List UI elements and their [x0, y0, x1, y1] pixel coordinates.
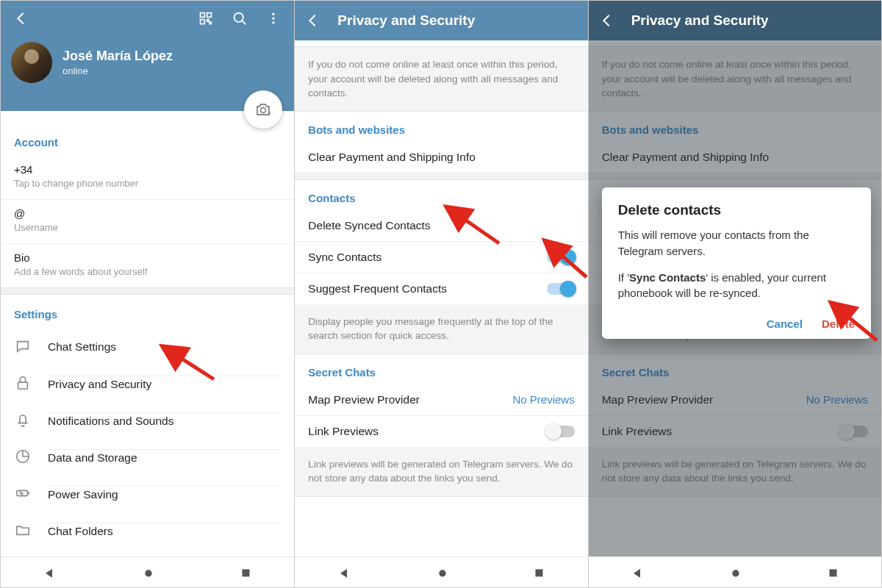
privacy-header: Privacy and Security — [295, 1, 587, 40]
page-title: Privacy and Security — [631, 12, 769, 29]
nav-back-icon[interactable] — [338, 567, 351, 580]
row-label: Clear Payment and Shipping Info — [602, 151, 769, 164]
privacy-body-dimmed: If you do not come online at least once … — [589, 40, 881, 556]
chat-icon — [14, 338, 32, 354]
secret-header: Secret Chats — [589, 354, 881, 384]
username-hint: Username — [14, 222, 281, 233]
cancel-button[interactable]: Cancel — [767, 318, 803, 330]
divider — [1, 287, 294, 295]
divider — [589, 173, 881, 180]
phone-hint: Tap to change phone number — [14, 178, 281, 189]
row-label: Map Preview Provider — [308, 393, 420, 406]
profile-name: José María López — [62, 49, 173, 64]
bio-row[interactable]: Bio Add a few words about yourself — [1, 244, 294, 287]
row-value: No Previews — [806, 393, 868, 406]
toggle-on[interactable] — [547, 283, 575, 295]
row-label: Link Previews — [308, 425, 379, 438]
settings-power[interactable]: Power Saving — [1, 475, 294, 512]
map-provider-row[interactable]: Map Preview Provider No Previews — [295, 384, 587, 415]
android-navbar — [589, 556, 881, 588]
settings-chat[interactable]: Chat Settings — [1, 328, 294, 365]
back-icon[interactable] — [11, 8, 32, 29]
svg-rect-10 — [18, 382, 28, 389]
bio-hint: Add a few words about yourself — [14, 266, 281, 277]
settings-label: Power Saving — [48, 486, 281, 501]
nav-home-icon[interactable] — [730, 567, 742, 579]
nav-home-icon[interactable] — [437, 567, 448, 579]
folder-icon — [14, 522, 32, 538]
suggest-contacts-row[interactable]: Suggest Frequent Contacts — [295, 273, 587, 304]
screen-dialog: Privacy and Security If you do not come … — [588, 1, 881, 588]
profile-header: José María López online — [1, 1, 294, 111]
delete-button[interactable]: Delete — [822, 318, 855, 330]
clear-payment-row[interactable]: Clear Payment and Shipping Info — [295, 142, 587, 173]
username-value: @ — [14, 207, 281, 220]
phone-value: +34 — [14, 163, 281, 176]
username-row[interactable]: @ Username — [1, 200, 294, 244]
settings-privacy[interactable]: Privacy and Security — [1, 365, 294, 401]
nav-recents-icon[interactable] — [534, 567, 545, 578]
bots-header: Bots and websites — [589, 112, 881, 142]
row-label: Suggest Frequent Contacts — [308, 282, 447, 295]
battery-icon — [14, 485, 32, 501]
delete-synced-row[interactable]: Delete Synced Contacts — [295, 210, 587, 241]
bell-icon — [14, 412, 32, 428]
svg-point-17 — [733, 570, 739, 576]
page-title: Privacy and Security — [337, 12, 475, 29]
phone-row[interactable]: +34 Tap to change phone number — [1, 156, 294, 200]
settings-data[interactable]: Data and Storage — [1, 438, 294, 475]
svg-rect-18 — [829, 570, 836, 577]
more-icon[interactable] — [263, 8, 284, 29]
lock-icon — [14, 375, 32, 391]
row-label: Map Preview Provider — [602, 393, 714, 406]
deletion-note: If you do not come online at least once … — [295, 46, 587, 112]
settings-label: Chat Folders — [48, 523, 281, 538]
nav-recents-icon[interactable] — [240, 567, 251, 578]
svg-point-7 — [273, 17, 275, 19]
svg-point-6 — [273, 13, 275, 15]
nav-recents-icon[interactable] — [828, 567, 839, 578]
qr-icon[interactable] — [196, 8, 216, 29]
screen-privacy: Privacy and Security If you do not come … — [294, 1, 587, 588]
privacy-body: If you do not come online at least once … — [295, 40, 587, 556]
settings-label: Privacy and Security — [48, 376, 281, 391]
search-icon[interactable] — [229, 8, 250, 29]
row-label: Clear Payment and Shipping Info — [308, 151, 475, 164]
svg-point-13 — [145, 570, 151, 576]
toggle-off[interactable] — [547, 426, 575, 437]
nav-home-icon[interactable] — [143, 567, 154, 579]
settings-folders[interactable]: Chat Folders — [1, 512, 294, 548]
link-note: Link previews will be generated on Teleg… — [295, 447, 587, 497]
nav-back-icon[interactable] — [631, 567, 645, 580]
back-icon[interactable] — [305, 12, 321, 29]
camera-fab[interactable] — [244, 90, 282, 129]
toggle-on[interactable] — [547, 251, 575, 263]
svg-rect-16 — [536, 570, 543, 577]
bio-label: Bio — [14, 251, 281, 264]
settings-notifications[interactable]: Notifications and Sounds — [1, 401, 294, 438]
row-label: Sync Contacts — [308, 251, 381, 264]
row-value: No Previews — [512, 393, 574, 406]
settings-label: Notifications and Sounds — [48, 412, 281, 428]
dialog-title: Delete contacts — [618, 202, 855, 218]
android-navbar — [295, 556, 587, 588]
dialog-body: This will remove your contacts from the … — [618, 227, 855, 301]
link-previews-row: Link Previews — [589, 415, 881, 447]
profile-status: online — [62, 65, 173, 76]
deletion-note: If you do not come online at least once … — [589, 46, 881, 112]
svg-rect-2 — [201, 20, 205, 24]
nav-back-icon[interactable] — [43, 567, 57, 580]
pie-icon — [14, 448, 32, 465]
contacts-header: Contacts — [295, 180, 587, 210]
secret-header: Secret Chats — [295, 354, 587, 384]
sync-contacts-row[interactable]: Sync Contacts — [295, 241, 587, 273]
row-label: Link Previews — [602, 425, 673, 438]
avatar[interactable] — [11, 42, 52, 83]
svg-point-9 — [261, 108, 266, 113]
svg-rect-3 — [207, 20, 209, 22]
svg-rect-1 — [207, 13, 212, 18]
svg-point-8 — [273, 21, 275, 24]
back-icon[interactable] — [599, 12, 615, 29]
clear-payment-row: Clear Payment and Shipping Info — [589, 142, 881, 173]
link-previews-row[interactable]: Link Previews — [295, 415, 587, 447]
